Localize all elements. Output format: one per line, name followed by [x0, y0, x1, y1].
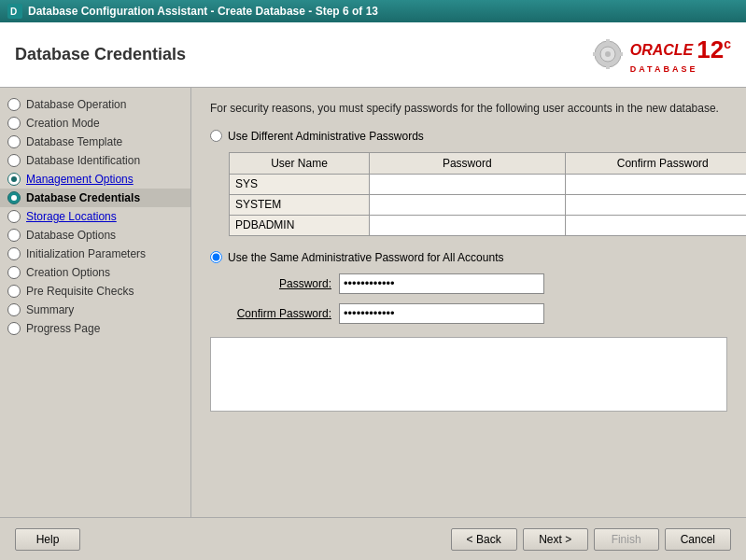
col-header-confirm-password: Confirm Password: [565, 152, 746, 174]
app-icon: D: [7, 4, 22, 19]
confirm-cell[interactable]: [565, 215, 746, 235]
step-indicator: [7, 229, 21, 242]
footer: Help < Back Next > Finish Cancel: [0, 517, 746, 560]
password-section: Password: Confirm Password:: [210, 273, 727, 324]
sidebar-item-database-template[interactable]: Database Template: [0, 133, 190, 151]
content-area: Database Operation Creation Mode Databas…: [0, 88, 746, 517]
step-indicator: [7, 135, 21, 148]
col-header-username: User Name: [230, 152, 370, 174]
confirm-password-row: Confirm Password:: [210, 303, 727, 324]
step-indicator: [7, 98, 21, 111]
username-cell: PDBADMIN: [230, 215, 370, 235]
page-header: Database Credentials ORACLE: [0, 22, 746, 88]
confirm-cell[interactable]: [565, 194, 746, 215]
svg-rect-7: [593, 52, 598, 56]
step-indicator: [7, 247, 21, 260]
sys-confirm-input[interactable]: [571, 177, 747, 190]
confirm-password-input[interactable]: [339, 303, 544, 324]
step-indicator: [7, 210, 21, 223]
svg-rect-5: [606, 39, 610, 45]
system-confirm-input[interactable]: [571, 198, 747, 211]
step-indicator: [7, 266, 21, 279]
main-container: Database Credentials ORACLE: [0, 22, 746, 560]
confirm-cell[interactable]: [565, 174, 746, 194]
info-box: [210, 337, 727, 412]
table-row: SYS: [230, 174, 747, 194]
sidebar-item-management-options[interactable]: Management Options: [0, 170, 190, 189]
step-indicator: [7, 173, 21, 186]
sidebar-item-creation-options[interactable]: Creation Options: [0, 263, 190, 282]
sidebar: Database Operation Creation Mode Databas…: [0, 88, 191, 517]
sidebar-item-progress-page[interactable]: Progress Page: [0, 319, 190, 338]
password-cell[interactable]: [370, 194, 566, 215]
cancel-button[interactable]: Cancel: [665, 528, 731, 551]
step-indicator: [7, 154, 21, 167]
password-row: Password:: [210, 273, 727, 294]
step-indicator: [7, 191, 21, 204]
finish-button[interactable]: Finish: [594, 528, 659, 551]
svg-point-4: [605, 51, 611, 57]
sidebar-item-database-credentials[interactable]: Database Credentials: [0, 189, 190, 207]
different-passwords-option[interactable]: Use Different Administrative Passwords: [210, 130, 727, 143]
sidebar-item-pre-requisite-checks[interactable]: Pre Requisite Checks: [0, 282, 190, 301]
step-indicator: [7, 322, 21, 335]
same-password-radio[interactable]: [210, 251, 222, 263]
password-cell[interactable]: [370, 174, 566, 194]
table-row: PDBADMIN: [230, 215, 747, 235]
sidebar-item-summary[interactable]: Summary: [0, 301, 190, 319]
different-passwords-label[interactable]: Use Different Administrative Passwords: [228, 130, 424, 143]
step-indicator: [7, 117, 21, 130]
pdbadmin-confirm-input[interactable]: [571, 218, 747, 231]
svg-rect-8: [617, 52, 623, 56]
confirm-password-label: Confirm Password:: [210, 307, 331, 320]
col-header-password: Password: [370, 152, 566, 174]
svg-rect-6: [606, 63, 610, 69]
username-cell: SYSTEM: [230, 194, 370, 215]
help-button[interactable]: Help: [15, 528, 80, 551]
sidebar-item-database-identification[interactable]: Database Identification: [0, 151, 190, 170]
sidebar-item-creation-mode[interactable]: Creation Mode: [0, 114, 190, 133]
same-password-option[interactable]: Use the Same Administrative Password for…: [210, 251, 727, 264]
description-text: For security reasons, you must specify p…: [210, 101, 727, 117]
step-indicator: [7, 303, 21, 316]
nav-buttons: < Back Next > Finish Cancel: [451, 528, 731, 551]
pdbadmin-password-input[interactable]: [375, 218, 559, 231]
next-button[interactable]: Next >: [523, 528, 588, 551]
same-password-label[interactable]: Use the Same Administrative Password for…: [228, 251, 503, 264]
title-bar: D Database Configuration Assistant - Cre…: [0, 0, 746, 22]
password-label: Password:: [210, 277, 331, 290]
sidebar-item-database-operation[interactable]: Database Operation: [0, 95, 190, 114]
window-title: Database Configuration Assistant - Creat…: [28, 5, 378, 18]
page-title: Database Credentials: [15, 45, 186, 64]
gear-decoration-icon: [580, 34, 626, 76]
sidebar-item-storage-locations[interactable]: Storage Locations: [0, 207, 190, 226]
table-row: SYSTEM: [230, 194, 747, 215]
main-panel: For security reasons, you must specify p…: [191, 88, 746, 517]
svg-text:D: D: [10, 7, 17, 17]
sidebar-item-database-options[interactable]: Database Options: [0, 226, 190, 245]
different-passwords-radio[interactable]: [210, 130, 222, 142]
password-cell[interactable]: [370, 215, 566, 235]
oracle-brand: ORACLE 12c: [630, 35, 731, 64]
back-button[interactable]: < Back: [451, 528, 517, 551]
user-credentials-table: User Name Password Confirm Password SYS …: [229, 152, 746, 236]
password-input[interactable]: [339, 273, 544, 294]
step-indicator: [7, 285, 21, 298]
oracle-logo: ORACLE 12c DATABASE: [580, 34, 731, 76]
sys-password-input[interactable]: [375, 177, 559, 190]
username-cell: SYS: [230, 174, 370, 194]
sidebar-item-initialization-parameters[interactable]: Initialization Parameters: [0, 245, 190, 263]
system-password-input[interactable]: [375, 198, 559, 211]
